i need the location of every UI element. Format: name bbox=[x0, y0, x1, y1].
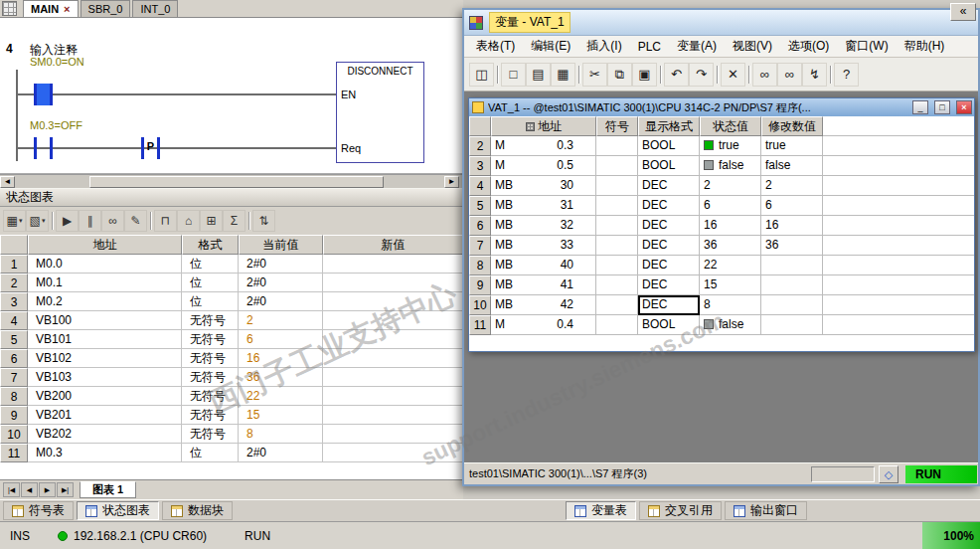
cell-new-value[interactable] bbox=[323, 368, 463, 387]
nav-last-icon[interactable]: ▶| bbox=[57, 482, 74, 497]
cell-current-value[interactable]: 2 bbox=[239, 311, 323, 330]
cell-current-value[interactable]: 6 bbox=[239, 330, 323, 349]
window-switch-button[interactable]: ◫ bbox=[469, 63, 494, 87]
cell-new-value[interactable] bbox=[323, 444, 463, 462]
delete-button[interactable]: ✕ bbox=[721, 63, 745, 87]
single-read-button[interactable]: ▶ bbox=[56, 210, 79, 232]
monitor-button[interactable]: ∞ bbox=[101, 210, 124, 232]
cell-status-value[interactable]: 2 bbox=[700, 176, 761, 196]
cell-address[interactable]: VB101 bbox=[28, 330, 182, 349]
menu-view[interactable]: 视图(V) bbox=[725, 36, 780, 57]
write-button[interactable]: ✎ bbox=[124, 210, 147, 232]
cell-format[interactable]: 无符号 bbox=[182, 387, 239, 406]
cell-format[interactable]: 无符号 bbox=[182, 330, 239, 349]
status-chart-button[interactable]: 状态图表 bbox=[77, 501, 159, 520]
vat-row[interactable]: 4MB30DEC22 bbox=[469, 176, 974, 196]
cell-status-value[interactable]: 22 bbox=[700, 256, 761, 275]
cell-format[interactable]: 无符号 bbox=[182, 311, 239, 330]
cell-format[interactable]: 位 bbox=[182, 255, 239, 274]
cell-address[interactable]: MB30 bbox=[491, 176, 596, 196]
cell-modify-value[interactable]: false bbox=[761, 156, 823, 176]
cell-display-format[interactable]: DEC bbox=[638, 176, 700, 196]
cell-format[interactable]: 无符号 bbox=[182, 349, 239, 368]
sheet-tab-chart1[interactable]: 图表 1 bbox=[80, 481, 136, 498]
cell-symbol[interactable] bbox=[596, 315, 638, 335]
close-icon[interactable]: × bbox=[956, 100, 972, 114]
unforce-button[interactable]: ⌂ bbox=[177, 210, 200, 232]
chart-view-button[interactable]: ▦▾ bbox=[3, 210, 26, 232]
cell-address[interactable]: VB103 bbox=[28, 368, 182, 387]
paste-button[interactable]: ▣ bbox=[632, 63, 657, 87]
cell-display-format[interactable]: DEC bbox=[638, 275, 700, 295]
tab-int0[interactable]: INT_0 bbox=[132, 0, 178, 17]
cell-symbol[interactable] bbox=[596, 275, 638, 295]
cross-reference-button[interactable]: 交叉引用 bbox=[639, 501, 722, 520]
cell-new-value[interactable] bbox=[323, 255, 463, 274]
cell-address[interactable]: MB31 bbox=[491, 196, 596, 216]
cell-modify-value[interactable] bbox=[761, 256, 823, 275]
menu-edit[interactable]: 编辑(E) bbox=[523, 36, 578, 57]
minimize-icon[interactable]: _ bbox=[912, 100, 928, 114]
table-row[interactable]: 8VB200无符号22 bbox=[0, 387, 463, 406]
cell-new-value[interactable] bbox=[323, 406, 463, 425]
tab-main[interactable]: MAIN × bbox=[23, 0, 79, 17]
menu-help[interactable]: 帮助(H) bbox=[897, 36, 953, 57]
cell-new-value[interactable] bbox=[323, 387, 463, 406]
disconnect-block[interactable]: DISCONNECT EN Req bbox=[336, 62, 424, 163]
document-titlebar[interactable]: VAT_1 -- @test01\SIMATIC 300(1)\CPU 314C… bbox=[469, 98, 974, 116]
redo-button[interactable]: ↷ bbox=[689, 63, 714, 87]
cell-address[interactable]: VB200 bbox=[28, 387, 182, 406]
cell-current-value[interactable]: 2#0 bbox=[239, 444, 323, 462]
cell-address[interactable]: VB102 bbox=[28, 349, 182, 368]
symbol-table-button[interactable]: 符号表 bbox=[3, 501, 74, 520]
diamond-icon[interactable]: ◇ bbox=[879, 465, 898, 483]
cell-format[interactable]: 无符号 bbox=[182, 406, 239, 425]
contact2-icon[interactable] bbox=[50, 137, 53, 159]
cell-display-format[interactable]: BOOL bbox=[638, 156, 700, 176]
cell-symbol[interactable] bbox=[596, 196, 638, 216]
cell-display-format[interactable]: DEC bbox=[638, 196, 700, 216]
cell-address[interactable]: M0.2 bbox=[28, 292, 182, 311]
cell-address[interactable]: MB42 bbox=[491, 295, 596, 315]
cell-current-value[interactable]: 36 bbox=[239, 368, 323, 387]
cell-modify-value[interactable]: true bbox=[761, 136, 823, 156]
contact2-icon[interactable] bbox=[34, 137, 37, 159]
cell-status-value[interactable]: 16 bbox=[700, 216, 761, 236]
tab-sbr0[interactable]: SBR_0 bbox=[81, 0, 131, 17]
cell-new-value[interactable] bbox=[323, 311, 463, 330]
help-button[interactable]: ? bbox=[834, 63, 859, 87]
cell-display-format[interactable]: DEC bbox=[638, 216, 700, 236]
table-row[interactable]: 5VB101无符号6 bbox=[0, 330, 463, 349]
sort-button[interactable]: ⇅ bbox=[252, 210, 275, 232]
copy-button[interactable]: ⧉ bbox=[607, 63, 632, 87]
collapse-button[interactable]: « bbox=[950, 3, 976, 21]
sum-button[interactable]: Σ bbox=[223, 210, 245, 232]
cell-symbol[interactable] bbox=[596, 236, 638, 256]
cell-format[interactable]: 位 bbox=[182, 444, 239, 462]
vat-row[interactable]: 8MB40DEC22 bbox=[469, 256, 974, 275]
cell-address[interactable]: M0.1 bbox=[28, 274, 182, 292]
cell-address[interactable]: VB100 bbox=[28, 311, 182, 330]
new-button[interactable]: □ bbox=[501, 63, 526, 87]
cell-address[interactable]: VB201 bbox=[28, 406, 182, 425]
table-row[interactable]: 11M0.3位2#0 bbox=[0, 444, 463, 462]
vat-row[interactable]: 6MB32DEC1616 bbox=[469, 216, 974, 236]
zoom-level[interactable]: 100% bbox=[922, 522, 980, 549]
cell-display-format-selected[interactable]: DEC bbox=[638, 295, 700, 315]
cell-current-value[interactable]: 8 bbox=[239, 425, 323, 444]
table-row[interactable]: 1M0.0位2#0 bbox=[0, 255, 463, 274]
table-row[interactable]: 10VB202无符号8 bbox=[0, 425, 463, 444]
data-block-button[interactable]: 数据块 bbox=[162, 501, 233, 520]
cell-symbol[interactable] bbox=[596, 136, 638, 156]
cell-format[interactable]: 位 bbox=[182, 292, 239, 311]
output-window-button[interactable]: 输出窗口 bbox=[725, 501, 807, 520]
cell-address[interactable]: M0.0 bbox=[28, 255, 182, 274]
cell-symbol[interactable] bbox=[596, 256, 638, 275]
close-icon[interactable]: × bbox=[64, 3, 70, 15]
maximize-icon[interactable]: □ bbox=[934, 100, 950, 114]
menu-options[interactable]: 选项(O) bbox=[780, 36, 837, 57]
cell-address[interactable]: MB41 bbox=[491, 275, 596, 295]
insert-row-button[interactable]: ⊞ bbox=[200, 210, 223, 232]
cell-display-format[interactable]: DEC bbox=[638, 256, 700, 275]
cell-new-value[interactable] bbox=[323, 425, 463, 444]
